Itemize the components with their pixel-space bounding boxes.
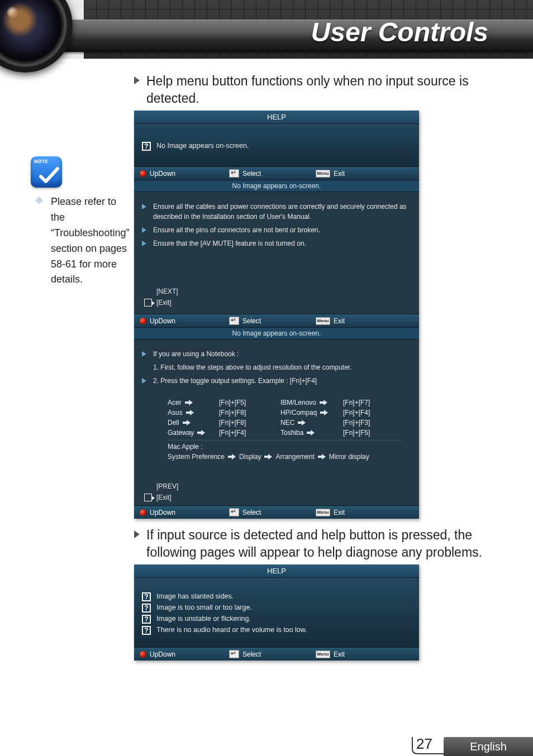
foot-exit-label: Exit xyxy=(334,317,345,325)
brand-name: Dell xyxy=(168,419,179,427)
brand-name: NEC xyxy=(280,419,294,427)
nav-exit-label: [Exit] xyxy=(156,494,172,501)
osd-line: 1. First, follow the steps above to adju… xyxy=(142,361,411,374)
osd-panel-help-bottom: HELP ? Image has slanted sides. ? Image … xyxy=(134,564,419,661)
osd-check-text: Ensure all the cables and power connecti… xyxy=(153,202,411,222)
osd-subheader: No Image appears on-screen. xyxy=(134,180,419,192)
nav-exit: [Exit] xyxy=(144,297,411,308)
brand-key: [Fn]+[F4] xyxy=(219,429,280,437)
foot-updown: UpDown xyxy=(140,509,229,516)
intro-bullet-1: Help menu button functions only when no … xyxy=(134,73,488,107)
foot-exit: Menu Exit xyxy=(316,650,345,658)
exit-icon xyxy=(144,494,152,501)
osd-item-text: Image has slanted sides. xyxy=(156,592,234,600)
mac-step: Display xyxy=(239,453,261,461)
brand-key-table: Acer [Fn]+[F5] IBM/Lenovo [Fn]+[F7] Asus… xyxy=(134,389,419,467)
arrow-right-icon xyxy=(320,410,328,415)
brand-name: Asus xyxy=(168,409,183,417)
osd-check-item: Ensure that the [AV MUTE] feature is not… xyxy=(142,237,411,250)
brand-key: [Fn]+[F3] xyxy=(343,419,388,427)
nav-next-label: [NEXT] xyxy=(156,288,178,295)
menu-key-icon: Menu xyxy=(316,317,330,325)
brand-name: Toshiba xyxy=(280,429,303,437)
foot-exit-label: Exit xyxy=(334,650,345,658)
brand-cell: HP/Compaq xyxy=(280,409,343,417)
brand-key: [Fn]+[F8] xyxy=(219,419,280,427)
arrow-right-icon xyxy=(298,420,306,425)
osd-check-text: Ensure that the [AV MUTE] feature is not… xyxy=(153,238,306,248)
foot-updown: UpDown xyxy=(140,317,229,325)
triangle-bullet-icon xyxy=(142,378,146,384)
osd-title: HELP xyxy=(134,564,419,578)
osd-check-item: Ensure all the pins of connectors are no… xyxy=(142,223,411,237)
enter-key-icon xyxy=(229,317,239,325)
osd-notebook-block: If you are using a Notebook : 1. First, … xyxy=(134,339,419,389)
brand-name: IBM/Lenovo xyxy=(280,399,316,406)
brand-key: [Fn]+[F8] xyxy=(219,409,280,417)
osd-footer: UpDown Select Menu Exit xyxy=(134,166,419,180)
foot-select: Select xyxy=(229,317,316,325)
enter-key-icon xyxy=(229,508,239,516)
question-icon: ? xyxy=(142,592,151,601)
osd-nav: [PREV] [Exit] xyxy=(134,467,419,505)
foot-select-label: Select xyxy=(242,650,261,658)
main-content: Help menu button functions only when no … xyxy=(0,67,533,666)
menu-key-icon: Menu xyxy=(316,650,330,658)
nav-next: [NEXT] xyxy=(144,286,411,297)
osd-line-text: 1. First, follow the steps above to adju… xyxy=(153,362,352,372)
arrow-right-icon xyxy=(185,400,193,405)
foot-select: Select xyxy=(229,169,316,178)
arrow-right-icon xyxy=(264,454,272,460)
question-icon: ? xyxy=(142,626,151,635)
osd-checklist: Ensure all the cables and power connecti… xyxy=(134,192,419,252)
brand-name: Acer xyxy=(168,399,182,406)
foot-updown: UpDown xyxy=(140,170,229,178)
osd-line: If you are using a Notebook : xyxy=(142,347,411,361)
foot-select-label: Select xyxy=(242,170,261,178)
four-way-icon xyxy=(140,170,146,177)
osd-item-row: ? Image is unstable or flickering. xyxy=(142,614,411,625)
page-footer: 27 English xyxy=(0,734,533,756)
brand-cell: Acer xyxy=(168,399,219,406)
osd-panel-help-top: HELP ? No Image appears on-screen. UpDow… xyxy=(134,111,419,519)
osd-item-text: No Image appears on-screen. xyxy=(156,142,249,150)
osd-item-row: ? Image has slanted sides. xyxy=(142,591,411,602)
brand-key: [Fn]+[F5] xyxy=(219,399,280,406)
exit-icon xyxy=(144,299,152,307)
mac-path: System Preference Display Arrangement Mi… xyxy=(168,451,402,464)
brand-name: HP/Compaq xyxy=(280,409,317,417)
osd-nav: [NEXT] [Exit] xyxy=(134,252,419,314)
osd-item-row: ? Image is too small or too large. xyxy=(142,602,411,614)
osd-subheader: No Image appears on-screen. xyxy=(134,327,419,339)
arrow-right-icon xyxy=(318,454,326,460)
foot-exit: Menu Exit xyxy=(316,170,345,178)
foot-updown-label: UpDown xyxy=(150,650,175,658)
osd-footer: UpDown Select Menu Exit xyxy=(134,647,419,661)
arrow-right-icon xyxy=(186,410,194,415)
osd-line-text: If you are using a Notebook : xyxy=(153,349,239,359)
page-number: 27 xyxy=(416,735,432,753)
foot-updown: UpDown xyxy=(140,650,229,658)
brand-key: [Fn]+[F5] xyxy=(343,429,388,437)
four-way-icon xyxy=(140,318,146,324)
triangle-bullet-icon xyxy=(142,227,146,233)
osd-body: ? No Image appears on-screen. xyxy=(134,124,419,166)
foot-select-label: Select xyxy=(242,317,261,325)
mac-step: System Preference xyxy=(168,453,225,461)
mac-step: Arrangement xyxy=(275,453,314,461)
arrow-right-icon xyxy=(320,400,327,405)
nav-exit-label: [Exit] xyxy=(156,299,172,307)
foot-updown-label: UpDown xyxy=(150,170,175,178)
enter-key-icon xyxy=(229,169,239,178)
osd-item-text: Image is unstable or flickering. xyxy=(156,615,251,623)
triangle-bullet-icon xyxy=(142,351,146,357)
osd-body: ? Image has slanted sides. ? Image is to… xyxy=(134,578,419,647)
four-way-icon xyxy=(140,509,146,516)
page-header: User Controls xyxy=(0,0,533,59)
question-icon: ? xyxy=(142,142,151,151)
menu-key-icon: Menu xyxy=(316,509,330,516)
osd-item-row: ? There is no audio heard or the volume … xyxy=(142,625,411,636)
foot-exit: Menu Exit xyxy=(316,317,345,325)
nav-prev: [PREV] xyxy=(144,481,411,492)
foot-select: Select xyxy=(229,650,316,658)
